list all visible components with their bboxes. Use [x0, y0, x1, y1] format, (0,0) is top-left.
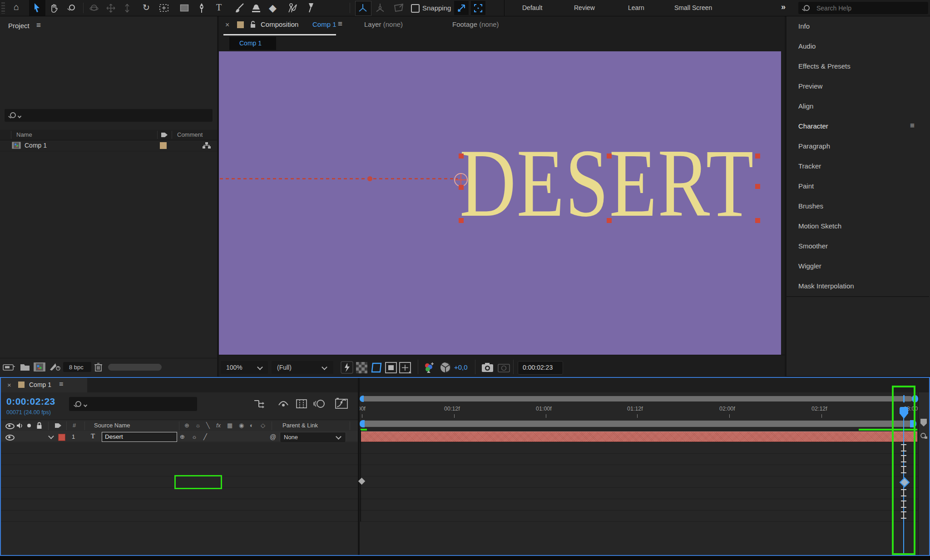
- selection-handle[interactable]: [607, 154, 612, 159]
- dolly-camera-icon[interactable]: [124, 4, 130, 13]
- graph-editor-icon[interactable]: [335, 398, 348, 410]
- switch-anchor-icon[interactable]: ⊕: [184, 422, 189, 429]
- selection-handle[interactable]: [459, 185, 464, 190]
- brush-tool-icon[interactable]: [234, 3, 244, 13]
- view-axis-mode-icon[interactable]: [393, 3, 404, 12]
- close-icon[interactable]: ×: [7, 381, 11, 389]
- flowchart-icon[interactable]: [203, 142, 211, 149]
- timeline-tab[interactable]: × Comp 1 ≡: [1, 378, 87, 392]
- interpret-footage-icon[interactable]: [3, 363, 15, 372]
- footage-tab[interactable]: Footage (none): [452, 20, 499, 28]
- navigator-start-handle[interactable]: [360, 396, 364, 402]
- sidebar-item-wiggler[interactable]: Wiggler: [787, 256, 929, 277]
- pan-camera-icon[interactable]: [106, 4, 115, 13]
- video-column-icon[interactable]: [5, 423, 15, 429]
- layer-row[interactable]: 1 T Desert ⊕ ☼ ╱ @ None: [1, 431, 359, 443]
- workspace-default[interactable]: Default: [522, 0, 542, 16]
- camera-region-tool-icon[interactable]: [159, 4, 169, 12]
- selection-handle[interactable]: [459, 218, 464, 223]
- sidebar-item-character[interactable]: Character ≡: [787, 116, 929, 137]
- comp-subtab[interactable]: Comp 1: [229, 37, 276, 50]
- help-search-box[interactable]: [798, 2, 928, 14]
- comp-button-icon[interactable]: [920, 432, 927, 439]
- workspace-learn[interactable]: Learn: [628, 0, 644, 16]
- exposure-value[interactable]: +0,0: [454, 363, 468, 371]
- source-name-column-label[interactable]: Source Name: [94, 422, 130, 429]
- color-depth-icon[interactable]: [49, 362, 61, 372]
- project-search-input[interactable]: [25, 110, 208, 120]
- snapshot-camera-icon[interactable]: [481, 362, 494, 372]
- fast-preview-icon[interactable]: [341, 361, 353, 374]
- layer-anchor-switch-icon[interactable]: ⊕: [180, 433, 185, 440]
- sidebar-item-paint[interactable]: Paint: [787, 176, 929, 197]
- sidebar-item-tracker[interactable]: Tracker: [787, 156, 929, 177]
- work-area-start-handle[interactable]: [360, 420, 365, 427]
- timeline-menu-icon[interactable]: ≡: [59, 380, 63, 388]
- sidebar-item-paragraph[interactable]: Paragraph: [787, 136, 929, 157]
- label-column-icon[interactable]: [54, 422, 62, 429]
- selection-handle[interactable]: [755, 184, 760, 189]
- clone-stamp-tool-icon[interactable]: [251, 3, 261, 13]
- pen-tool-icon[interactable]: [198, 3, 205, 13]
- mask-visibility-icon[interactable]: [371, 362, 383, 373]
- text-tool-icon[interactable]: T: [216, 2, 222, 13]
- column-name[interactable]: Name: [16, 131, 32, 138]
- transparency-grid-icon[interactable]: [356, 362, 367, 373]
- local-axis-mode-button[interactable]: [355, 1, 371, 16]
- timeline-search-input[interactable]: [91, 399, 194, 410]
- solo-column-icon[interactable]: [27, 424, 31, 427]
- switch-frame-blend-icon[interactable]: ▦: [227, 422, 232, 429]
- help-search-input[interactable]: [816, 3, 922, 13]
- composition-mini-flowchart-icon[interactable]: [253, 399, 265, 409]
- time-ruler[interactable]: 0:00f 00:12f 01:00f 01:12f 02:00f 02:12f…: [360, 403, 918, 419]
- sidebar-item-mask-interpolation[interactable]: Mask Interpolation: [787, 276, 929, 297]
- hand-tool-icon[interactable]: [50, 4, 59, 13]
- project-search-box[interactable]: [5, 109, 213, 122]
- snapping-label[interactable]: Snapping: [422, 4, 451, 12]
- exposure-icon[interactable]: [440, 362, 451, 373]
- motion-path-keyframe-dot[interactable]: [367, 176, 372, 181]
- timeline-search-box[interactable]: [69, 397, 197, 411]
- selection-handle[interactable]: [755, 218, 760, 223]
- snapping-checkbox[interactable]: [411, 4, 420, 13]
- character-panel-menu-icon[interactable]: ≡: [910, 121, 915, 130]
- trash-icon[interactable]: [94, 362, 102, 372]
- project-panel-menu-icon[interactable]: ≡: [36, 21, 41, 30]
- sidebar-item-effects-presets[interactable]: Effects & Presets: [787, 56, 929, 77]
- switch-fx-icon[interactable]: fx: [216, 422, 221, 429]
- layer-stroke-switch-icon[interactable]: ╱: [203, 433, 207, 440]
- orbit-camera-icon[interactable]: [89, 4, 99, 13]
- workspace-overflow-chevrons[interactable]: »: [781, 2, 786, 12]
- horizontal-scrollbar[interactable]: [108, 364, 162, 371]
- layer-duration-bar[interactable]: [361, 431, 917, 442]
- color-label-swatch[interactable]: [160, 142, 167, 149]
- current-time-display[interactable]: 0:00:02:23: [6, 396, 55, 407]
- sidebar-item-smoother[interactable]: Smoother: [787, 236, 929, 257]
- index-column-label[interactable]: #: [73, 422, 76, 429]
- new-folder-icon[interactable]: [20, 363, 30, 371]
- layer-quality-switch-icon[interactable]: ☼: [192, 433, 197, 440]
- sidebar-item-info[interactable]: Info: [787, 16, 929, 37]
- selection-handle[interactable]: [607, 218, 612, 223]
- layer-name-box[interactable]: Desert: [102, 432, 177, 442]
- project-item-row[interactable]: Comp 1: [0, 140, 217, 151]
- bit-depth-button[interactable]: 8 bpc: [63, 362, 91, 372]
- unlock-icon[interactable]: [250, 20, 256, 28]
- timeline-navigator-bar[interactable]: [361, 396, 913, 401]
- selection-handle[interactable]: [459, 154, 464, 159]
- parent-pick-whip-icon[interactable]: @: [270, 433, 276, 441]
- project-item-name[interactable]: Comp 1: [25, 142, 47, 149]
- shy-icon[interactable]: [278, 399, 289, 409]
- sidebar-item-audio[interactable]: Audio: [787, 36, 929, 57]
- puppet-pin-tool-icon[interactable]: [307, 2, 315, 13]
- world-axis-mode-icon[interactable]: [375, 3, 385, 13]
- close-icon[interactable]: ×: [225, 21, 229, 29]
- viewer-tab-menu-icon[interactable]: ≡: [338, 20, 342, 29]
- column-comment[interactable]: Comment: [177, 131, 203, 138]
- motion-blur-icon[interactable]: [313, 399, 325, 409]
- workspace-small-screen[interactable]: Small Screen: [674, 0, 712, 16]
- label-tag-icon[interactable]: [161, 132, 168, 138]
- new-composition-icon[interactable]: [34, 362, 45, 372]
- layer-expand-chevron-icon[interactable]: [48, 433, 54, 439]
- sidebar-item-preview[interactable]: Preview: [787, 76, 929, 97]
